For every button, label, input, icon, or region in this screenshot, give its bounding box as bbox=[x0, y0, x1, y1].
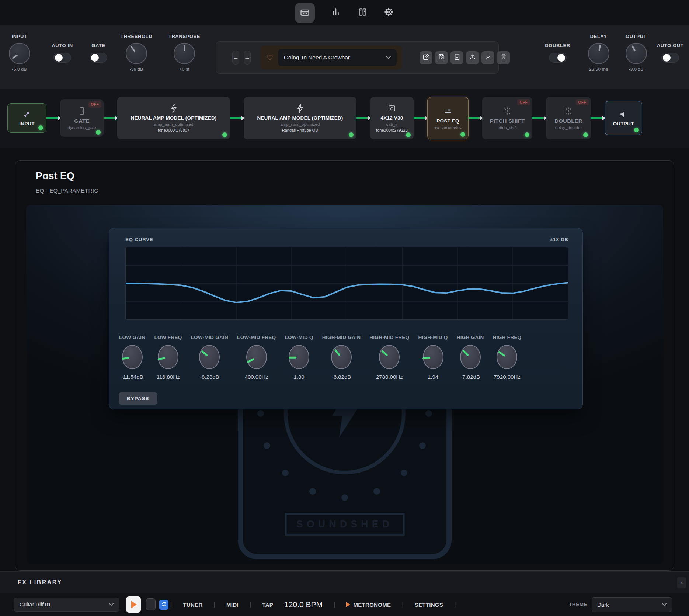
tab-settings[interactable] bbox=[383, 7, 394, 18]
knob-indicator bbox=[131, 46, 136, 52]
knob-indicator bbox=[122, 357, 129, 360]
transport-bar: Guitar Riff 01 | TUNER | MIDI | TAP 120.… bbox=[0, 593, 689, 616]
knob-value: -8.28dB bbox=[191, 374, 229, 380]
toggle-thumb bbox=[663, 54, 671, 62]
metronome-button[interactable]: METRONOME bbox=[346, 602, 391, 608]
eq-knob-high-mid-gain: HIGH-MID GAIN-6.82dB bbox=[320, 335, 362, 380]
favorite-heart-icon[interactable]: ♡ bbox=[267, 54, 273, 61]
file-plus-icon bbox=[454, 53, 460, 62]
chain-node-doubler[interactable]: OFFDOUBLERdelay_doubler bbox=[546, 97, 591, 139]
midi-button[interactable]: MIDI bbox=[226, 602, 239, 608]
knob-indicator bbox=[598, 45, 601, 51]
knob-indicator bbox=[158, 357, 166, 360]
fx-library-bar: FX LIBRARY › bbox=[0, 571, 689, 593]
theme-select[interactable]: Dark bbox=[592, 597, 672, 612]
post-eq-card: EQ CURVE ±18 DB LOW GAIN-11.54dBLOW FREQ… bbox=[109, 228, 583, 409]
eq-curve-svg bbox=[126, 247, 568, 319]
auto-out-toggle[interactable] bbox=[661, 53, 679, 63]
preset-panel: ← → ♡ Going To Need A Crowbar bbox=[216, 41, 499, 74]
knob-value: 1.80 bbox=[285, 374, 313, 380]
knob-value: -7.82dB bbox=[457, 374, 484, 380]
next-preset-button[interactable]: → bbox=[244, 51, 251, 65]
rename-preset-button[interactable] bbox=[420, 51, 432, 64]
chain-node-cab[interactable]: 4X12 V30cab_irtone3000:279223 bbox=[370, 97, 414, 139]
chain-node-output[interactable]: OUTPUT bbox=[605, 101, 642, 135]
delay-knob[interactable] bbox=[588, 43, 609, 64]
delete-preset-button[interactable] bbox=[497, 51, 510, 64]
knob-label: HIGH-MID FREQ bbox=[369, 335, 409, 340]
effect-type-subtitle: EQ · EQ_PARAMETRIC bbox=[36, 187, 98, 194]
doubler-toggle[interactable] bbox=[549, 53, 567, 63]
sun-icon bbox=[564, 106, 573, 116]
upload-preset-button[interactable] bbox=[466, 51, 479, 64]
output-knob[interactable] bbox=[626, 43, 647, 64]
bolt-icon bbox=[170, 104, 177, 113]
knob-control[interactable] bbox=[289, 345, 309, 369]
input-label: INPUT bbox=[4, 34, 35, 39]
auto-in-group: AUTO IN bbox=[43, 43, 82, 63]
output-label: OUTPUT bbox=[619, 34, 654, 39]
chain-node-amp1[interactable]: NEURAL AMP MODEL (OPTIMIZED)amp_nam_opti… bbox=[117, 97, 230, 139]
node-title: 4X12 V30 bbox=[381, 115, 403, 121]
eq-curve-plot[interactable] bbox=[125, 247, 568, 320]
tuner-button[interactable]: TUNER bbox=[183, 602, 202, 608]
play-button[interactable] bbox=[126, 596, 141, 613]
knob-control[interactable] bbox=[158, 345, 178, 369]
transpose-knob[interactable] bbox=[174, 43, 195, 64]
loop-button[interactable] bbox=[159, 600, 168, 610]
sample-select[interactable]: Guitar Riff 01 bbox=[14, 598, 119, 612]
chain-node-gate[interactable]: OFFGATEdynamics_gate bbox=[60, 99, 104, 137]
gate-toggle[interactable] bbox=[90, 53, 107, 63]
knob-indicator bbox=[289, 357, 296, 359]
stop-button[interactable] bbox=[146, 598, 156, 610]
eq-knob-row: LOW GAIN-11.54dBLOW FREQ116.80HzLOW-MID … bbox=[116, 335, 575, 380]
chain-connector bbox=[356, 117, 370, 119]
knob-control[interactable] bbox=[331, 345, 352, 369]
node-subtitle: cab_ir bbox=[386, 122, 397, 127]
knob-control[interactable] bbox=[460, 345, 481, 369]
download-icon bbox=[485, 53, 491, 62]
knob-control[interactable] bbox=[379, 345, 400, 369]
knob-control[interactable] bbox=[497, 345, 517, 369]
watermark-dot bbox=[425, 410, 432, 417]
knob-control[interactable] bbox=[423, 345, 443, 369]
tab-pedalboard[interactable] bbox=[295, 3, 315, 23]
output-value: -3.0 dB bbox=[619, 67, 654, 72]
threshold-knob[interactable] bbox=[126, 43, 147, 64]
new-preset-button[interactable] bbox=[450, 51, 463, 64]
knob-control[interactable] bbox=[199, 345, 220, 369]
metronome-play-icon bbox=[346, 602, 350, 607]
tap-tempo-button[interactable]: TAP bbox=[262, 602, 273, 608]
fx-library-expand-button[interactable]: › bbox=[677, 577, 686, 588]
status-dot bbox=[525, 132, 529, 137]
tab-rack[interactable] bbox=[357, 7, 368, 18]
knob-control[interactable] bbox=[246, 345, 267, 369]
bypass-button[interactable]: BYPASS bbox=[119, 392, 157, 405]
node-title: OUTPUT bbox=[613, 121, 634, 127]
chain-node-amp2[interactable]: NEURAL AMP MODEL (OPTIMIZED)amp_nam_opti… bbox=[244, 97, 356, 139]
auto-out-group: AUTO OUT bbox=[653, 43, 687, 63]
save-preset-button[interactable] bbox=[435, 51, 448, 64]
tab-meters[interactable] bbox=[330, 7, 341, 18]
off-badge: OFF bbox=[517, 99, 530, 105]
auto-in-toggle[interactable] bbox=[53, 53, 71, 63]
settings-button[interactable]: SETTINGS bbox=[415, 602, 443, 608]
doubler-toggle-group: DOUBLER bbox=[536, 43, 579, 63]
node-title: PITCH SHIFT bbox=[490, 118, 525, 124]
previous-preset-button[interactable]: ← bbox=[232, 51, 239, 65]
auto-out-label: AUTO OUT bbox=[653, 43, 687, 48]
preset-select[interactable]: Going To Need A Crowbar bbox=[278, 49, 397, 66]
node-subtitle: delay_doubler bbox=[555, 125, 582, 130]
chain-node-pitch[interactable]: OFFPITCH SHIFTpitch_shift bbox=[482, 97, 532, 139]
signal-chain: INPUTOFFGATEdynamics_gateNEURAL AMP MODE… bbox=[0, 89, 689, 148]
knob-control[interactable] bbox=[122, 345, 143, 369]
chain-node-input[interactable]: INPUT bbox=[7, 103, 46, 133]
download-preset-button[interactable] bbox=[481, 51, 494, 64]
chain-node-posteq[interactable]: POST EQeq_parametric bbox=[427, 97, 469, 139]
status-dot bbox=[96, 130, 101, 135]
off-badge: OFF bbox=[88, 101, 102, 108]
arrow-left-icon: ← bbox=[233, 54, 239, 61]
gate-toggle-group: GATE bbox=[82, 43, 115, 63]
input-knob[interactable] bbox=[9, 43, 30, 64]
node-subtitle: amp_nam_optimized bbox=[154, 122, 194, 127]
